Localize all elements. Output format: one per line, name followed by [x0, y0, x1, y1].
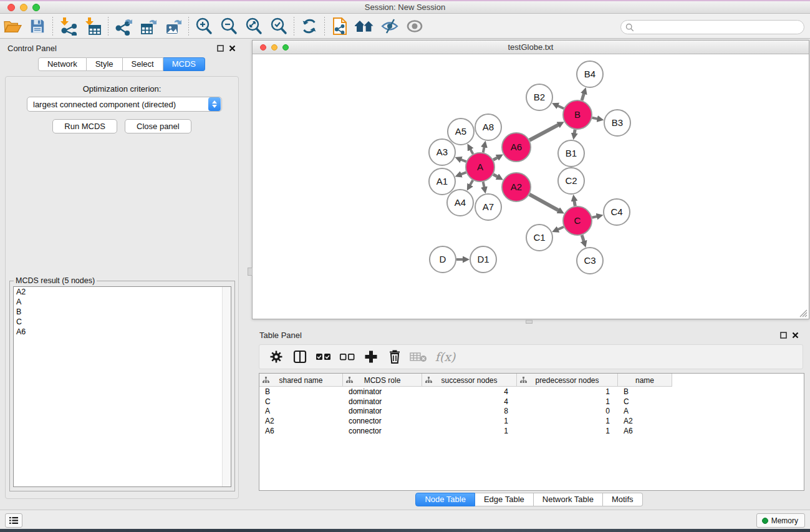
graph-node-C1[interactable]: C1 [526, 225, 552, 251]
graph-edge-A-A4[interactable] [470, 180, 473, 185]
table-row[interactable]: Cdominator41C [259, 397, 672, 407]
column-header-predecessor-nodes[interactable]: predecessor nodes [517, 374, 618, 387]
save-session-button[interactable] [25, 16, 50, 37]
unselect-all-columns-button[interactable] [335, 346, 359, 367]
graph-edge-B-B3[interactable] [592, 118, 598, 119]
table-cell[interactable]: dominator [343, 407, 422, 415]
graph-node-C[interactable]: C [563, 206, 592, 235]
table-cell[interactable]: A [259, 407, 343, 415]
table-cell[interactable]: 0 [517, 407, 618, 415]
graph-node-A1[interactable]: A1 [429, 168, 455, 195]
network-window-titlebar[interactable]: testGlobe.txt [253, 41, 809, 54]
graph-edge-C-C2[interactable] [574, 201, 575, 206]
graph-edge-A-A7[interactable] [483, 182, 485, 188]
graph-edge-A6-B[interactable] [529, 125, 559, 140]
tab-motifs[interactable]: Motifs [603, 493, 643, 506]
vertical-split-handle[interactable] [248, 268, 253, 276]
graph-edge-A-A8[interactable] [483, 147, 485, 152]
table-cell[interactable]: A6 [618, 427, 672, 435]
tab-network-table[interactable]: Network Table [534, 493, 603, 506]
zoom-in-button[interactable] [191, 16, 216, 37]
zoom-out-button[interactable] [216, 16, 241, 37]
memory-button[interactable]: Memory [756, 513, 805, 528]
graph-edge-A-A2[interactable] [493, 175, 498, 177]
graph-edge-C-C1[interactable] [557, 227, 564, 230]
table-cell[interactable]: 1 [422, 417, 517, 425]
zoom-selected-button[interactable] [266, 16, 291, 37]
table-cell[interactable]: dominator [343, 387, 422, 396]
graph-node-A5[interactable]: A5 [448, 118, 474, 145]
mcds-result-item[interactable]: A [14, 297, 231, 307]
export-network-button[interactable] [111, 16, 136, 37]
table-cell[interactable]: 1 [517, 387, 618, 396]
graph-node-A7[interactable]: A7 [475, 194, 501, 220]
close-panel-icon[interactable] [792, 332, 799, 339]
table-row[interactable]: A2connector11A2 [259, 416, 672, 426]
app-titlebar[interactable]: Session: New Session [0, 1, 810, 14]
graph-edge-B-B4[interactable] [582, 94, 584, 100]
select-all-columns-button[interactable] [312, 346, 335, 367]
show-preview-button[interactable] [402, 16, 427, 37]
table-cell[interactable]: C [618, 397, 672, 406]
tab-network[interactable]: Network [38, 57, 87, 71]
graph-node-A2[interactable]: A2 [502, 173, 531, 201]
graph-edge-C-C4[interactable] [592, 216, 597, 218]
table-cell[interactable]: 1 [422, 427, 517, 435]
table-cell[interactable]: B [618, 387, 672, 396]
hide-panel-button[interactable] [377, 16, 402, 37]
add-column-button[interactable] [359, 346, 383, 367]
table-cell[interactable]: connector [343, 417, 422, 425]
graph-edge-A-A3[interactable] [461, 160, 466, 162]
export-table-button[interactable] [136, 16, 161, 37]
graph-node-C4[interactable]: C4 [604, 199, 630, 225]
table-cell[interactable]: C [259, 397, 343, 406]
run-mcds-button[interactable]: Run MCDS [52, 119, 117, 133]
graph-node-A3[interactable]: A3 [429, 139, 455, 165]
table-cell[interactable]: 8 [422, 407, 517, 415]
split-columns-button[interactable] [288, 346, 312, 367]
graph-node-C3[interactable]: C3 [577, 248, 603, 274]
graph-edge-B-B1[interactable] [574, 130, 575, 134]
graph-node-B3[interactable]: B3 [604, 110, 630, 136]
graph-node-A8[interactable]: A8 [475, 114, 501, 140]
refresh-button[interactable] [297, 16, 322, 37]
column-header-MCDS-role[interactable]: MCDS role [343, 374, 422, 387]
tab-mcds[interactable]: MCDS [163, 57, 205, 71]
export-image-button[interactable] [161, 16, 186, 37]
resize-grip-icon[interactable] [799, 309, 808, 317]
import-network-button[interactable] [55, 16, 80, 37]
graph-node-D[interactable]: D [430, 246, 456, 273]
open-session-button[interactable] [0, 16, 25, 37]
table-cell[interactable]: dominator [343, 397, 422, 406]
graph-node-A4[interactable]: A4 [447, 190, 473, 216]
table-row[interactable]: Adominator80A [259, 406, 672, 416]
tab-edge-table[interactable]: Edge Table [475, 493, 534, 506]
graph-edge-A2-C[interactable] [529, 195, 559, 211]
table-cell[interactable]: connector [343, 427, 422, 435]
network-view-window[interactable]: testGlobe.txt B4B2BB3A8A5A6A3B1AA1C2A2A4… [252, 40, 809, 319]
table-cell[interactable]: 1 [517, 397, 618, 406]
table-cell[interactable]: A2 [618, 417, 672, 425]
network-file-button[interactable] [327, 16, 352, 37]
graph-edge-A-A1[interactable] [461, 172, 466, 174]
table-cell[interactable]: A6 [259, 427, 343, 435]
network-graph[interactable]: B4B2BB3A8A5A6A3B1AA1C2A2A4A7C4CC1DD1C3 [253, 54, 809, 319]
delete-table-button[interactable] [407, 346, 430, 367]
graph-edge-A-A5[interactable] [470, 149, 473, 154]
table-cell[interactable]: A [618, 407, 672, 415]
table-cell[interactable]: 4 [422, 387, 517, 396]
delete-column-button[interactable] [383, 346, 407, 367]
table-row[interactable]: A6connector11A6 [259, 426, 672, 436]
function-builder-button[interactable]: f(x) [430, 346, 460, 367]
tab-select[interactable]: Select [123, 57, 163, 71]
graph-edge-B-B2[interactable] [557, 105, 564, 109]
table-cell[interactable]: 1 [517, 417, 618, 425]
column-header-successor-nodes[interactable]: successor nodes [422, 374, 517, 387]
table-settings-button[interactable] [264, 346, 288, 367]
search-input[interactable] [637, 23, 804, 32]
table-cell[interactable]: B [259, 387, 343, 396]
criterion-dropdown[interactable]: largest connected component (directed) [27, 97, 222, 112]
mcds-result-item[interactable]: C [14, 317, 231, 327]
graph-edge-A-A6[interactable] [493, 157, 498, 160]
graph-node-C2[interactable]: C2 [558, 168, 584, 194]
